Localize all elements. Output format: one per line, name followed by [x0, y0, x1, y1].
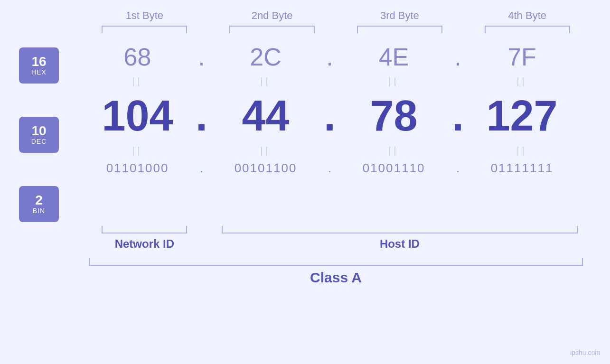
class-label: Class A [310, 270, 362, 286]
top-brackets [19, 26, 591, 33]
dec-b4: 127 [468, 92, 577, 140]
equals-row-inner-2: || || || || [74, 145, 586, 156]
byte-headers-row: 1st Byte 2nd Byte 3rd Byte 4th Byte [19, 9, 591, 22]
bin-b3: 01001110 [339, 161, 449, 176]
eq2-b4: || [458, 145, 586, 156]
hex-b3: 4E [339, 43, 449, 71]
bracket-top-inner-1 [102, 26, 187, 33]
hex-b1: 68 [83, 43, 192, 71]
eq2-b3: || [330, 145, 458, 156]
eq1-b2: || [202, 76, 330, 87]
byte2-header: 2nd Byte [208, 9, 336, 22]
dec-dot2: . [320, 92, 339, 140]
byte3-header: 3rd Byte [336, 9, 464, 22]
bracket-bottom-class [89, 258, 583, 266]
hex-dot3: . [449, 43, 468, 71]
bracket-top-inner-2 [229, 26, 315, 33]
bracket-bottom-network [102, 226, 187, 233]
dec-dot3: . [449, 92, 468, 140]
eq1-b3: || [330, 76, 458, 87]
equals-row-2: || || || || [68, 145, 591, 156]
equals-row-inner-1: || || || || [74, 76, 586, 87]
bracket-top-4 [463, 26, 591, 33]
equals-row-1: || || || || [68, 76, 591, 87]
bin-badge: 2 BIN [19, 186, 59, 222]
dec-dot1: . [192, 92, 211, 140]
bin-number: 2 [35, 194, 43, 207]
eq2-b1: || [74, 145, 202, 156]
bin-row: 01101000 . 00101100 . 01001110 . 0111111… [68, 161, 591, 176]
hex-badge: 16 HEX [19, 47, 59, 84]
bracket-top-2 [208, 26, 336, 33]
byte1-header: 1st Byte [81, 9, 208, 22]
bin-b2: 00101100 [211, 161, 320, 176]
bin-label: BIN [33, 207, 45, 215]
eq1-b4: || [458, 76, 586, 87]
bin-b4: 01111111 [468, 161, 577, 176]
main-content: 16 HEX 10 DEC 2 BIN 68 . 2C . 4E . 7F [19, 43, 591, 222]
main-container: 1st Byte 2nd Byte 3rd Byte 4th Byte 16 H… [0, 0, 610, 364]
hex-number: 16 [31, 55, 46, 68]
bin-dot3: . [449, 161, 468, 176]
network-id-label: Network ID [115, 237, 174, 251]
eq2-b2: || [202, 145, 330, 156]
bracket-top-3 [336, 26, 464, 33]
bracket-top-inner-4 [485, 26, 570, 33]
byte4-header: 4th Byte [463, 9, 591, 22]
bracket-bottom-host [222, 226, 578, 233]
host-id-section: Host ID [208, 226, 591, 251]
dec-b2: 44 [211, 92, 320, 140]
bin-b1: 01101000 [83, 161, 192, 176]
dec-b3: 78 [339, 92, 449, 140]
dec-badge: 10 DEC [19, 117, 59, 153]
hex-label: HEX [31, 68, 47, 76]
hex-dot2: . [320, 43, 339, 71]
bin-dot1: . [192, 161, 211, 176]
hex-b2: 2C [211, 43, 320, 71]
class-section: Class A [19, 258, 591, 286]
values-grid: 68 . 2C . 4E . 7F || || || || 104 [68, 43, 591, 180]
dec-row: 104 . 44 . 78 . 127 [68, 92, 591, 140]
dec-number: 10 [31, 124, 46, 138]
hex-dot1: . [192, 43, 211, 71]
bracket-top-inner-3 [357, 26, 442, 33]
hex-b4: 7F [468, 43, 577, 71]
class-bracket-outer: Class A [81, 258, 591, 286]
hex-row: 68 . 2C . 4E . 7F [68, 43, 591, 71]
dec-b1: 104 [83, 92, 192, 140]
network-id-section: Network ID [81, 226, 208, 251]
watermark: ipshu.com [570, 349, 601, 356]
eq1-b1: || [74, 76, 202, 87]
bracket-top-1 [81, 26, 208, 33]
base-labels: 16 HEX 10 DEC 2 BIN [19, 47, 59, 222]
bin-dot2: . [320, 161, 339, 176]
bottom-brackets-section: Network ID Host ID [19, 226, 591, 251]
dec-label: DEC [31, 138, 47, 145]
host-id-label: Host ID [380, 237, 420, 251]
